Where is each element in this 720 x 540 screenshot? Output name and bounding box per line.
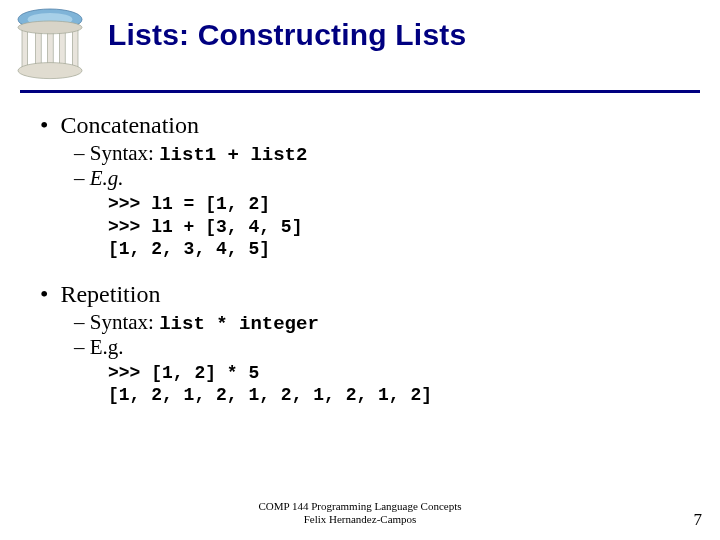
concat-syntax-line: – Syntax: list1 + list2	[74, 141, 690, 166]
repeat-heading: Repetition	[60, 281, 160, 307]
concat-syntax-code: list1 + list2	[159, 144, 307, 166]
repeat-code-block: >>> [1, 2] * 5 [1, 2, 1, 2, 1, 2, 1, 2, …	[108, 362, 690, 407]
eg-label: E.g.	[90, 166, 124, 190]
bullet-repetition: • Repetition	[40, 281, 690, 308]
spacer	[40, 271, 690, 281]
svg-rect-6	[72, 29, 78, 69]
svg-point-7	[18, 63, 82, 79]
repeat-eg-line: – E.g.	[74, 335, 690, 360]
svg-point-8	[18, 21, 82, 34]
concat-eg-line: – E.g.	[74, 166, 690, 191]
footer-line1: COMP 144 Programming Language Concepts	[258, 500, 461, 512]
syntax-label-2: Syntax:	[90, 310, 154, 334]
page-number: 7	[694, 510, 703, 530]
concat-heading: Concatenation	[60, 112, 199, 138]
repeat-syntax-code: list * integer	[159, 313, 319, 335]
bullet-concatenation: • Concatenation	[40, 112, 690, 139]
syntax-label: Syntax:	[90, 141, 154, 165]
svg-rect-2	[22, 29, 28, 69]
footer-line2: Felix Hernandez-Campos	[304, 513, 417, 525]
slide-title: Lists: Constructing Lists	[108, 18, 466, 52]
slide-content: • Concatenation – Syntax: list1 + list2 …	[40, 112, 690, 417]
title-underline	[20, 90, 700, 93]
unc-old-well-logo	[10, 5, 90, 85]
footer: COMP 144 Programming Language Concepts F…	[0, 500, 720, 526]
concat-code-block: >>> l1 = [1, 2] >>> l1 + [3, 4, 5] [1, 2…	[108, 193, 690, 261]
eg-label-2: E.g.	[90, 335, 124, 359]
slide: Lists: Constructing Lists • Concatenatio…	[0, 0, 720, 540]
repeat-syntax-line: – Syntax: list * integer	[74, 310, 690, 335]
